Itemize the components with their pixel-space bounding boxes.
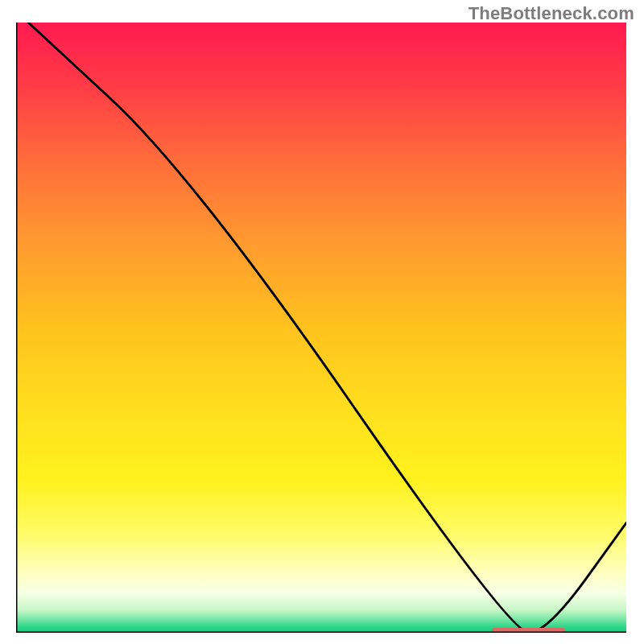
- chart-svg: [16, 23, 626, 633]
- bottleneck-chart: [16, 23, 626, 633]
- chart-background: [16, 23, 626, 633]
- attribution-text: TheBottleneck.com: [469, 3, 634, 24]
